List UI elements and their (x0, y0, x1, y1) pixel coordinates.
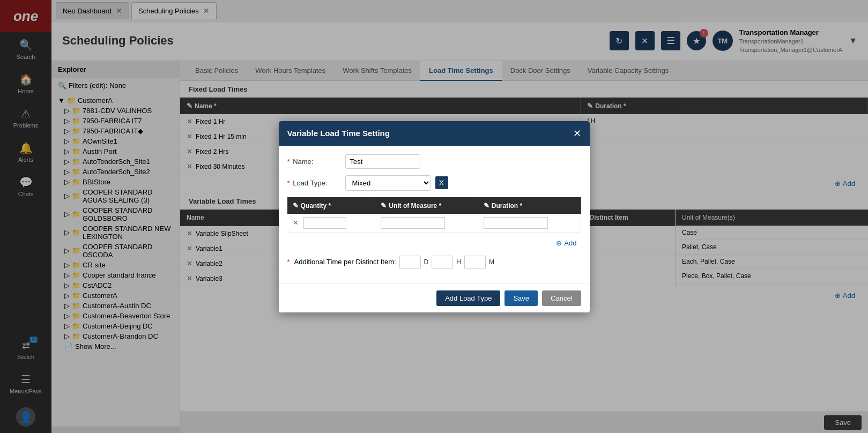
modal-inner-table: ✎Quantity * ✎Unit of Measure * ✎Duration… (287, 197, 581, 233)
modal-add-button[interactable]: ⊕ Add (552, 237, 581, 249)
add-label: Add (564, 239, 576, 247)
modal-body: * Name: * Load Type: Mixed Fixed Variabl… (279, 146, 590, 283)
modal-header: Variable Load Time Setting ✕ (279, 121, 590, 146)
additional-time-m-input[interactable] (464, 256, 486, 268)
modal-name-input[interactable] (345, 154, 420, 169)
required-asterisk: * (287, 179, 290, 187)
modal-close-button[interactable]: ✕ (573, 128, 581, 139)
m-label: M (489, 258, 494, 266)
quantity-input[interactable] (303, 217, 346, 229)
modal-save-button[interactable]: Save (505, 290, 538, 306)
edit-icon: ✎ (381, 201, 387, 210)
modal-title: Variable Load Time Setting (287, 129, 390, 138)
duration-input[interactable] (484, 217, 548, 229)
additional-time-h-input[interactable] (432, 256, 453, 268)
additional-time-d-input[interactable] (399, 256, 421, 268)
modal-col-quantity: ✎Quantity * (287, 197, 375, 214)
modal-name-label: * Name: (287, 158, 341, 166)
edit-icon: ✎ (484, 201, 489, 210)
required-asterisk: * (287, 258, 290, 266)
modal-load-type-label: * Load Type: (287, 179, 341, 187)
additional-time-row: * Additional Time per Distinct Item: D H… (287, 256, 581, 268)
modal-load-type-row: * Load Type: Mixed Fixed Variable X (287, 175, 581, 191)
add-load-type-button[interactable]: Add Load Type (436, 290, 500, 306)
modal-cancel-button[interactable]: Cancel (542, 290, 581, 306)
modal-add-row: ⊕ Add (287, 237, 581, 249)
required-asterisk: * (287, 158, 290, 166)
modal-col-duration: ✎Duration * (478, 197, 581, 214)
modal-delete-button[interactable]: ✕ (293, 219, 299, 227)
modal-overlay: Variable Load Time Setting ✕ * Name: * L… (0, 0, 868, 433)
h-label: H (456, 258, 461, 266)
modal-table-row: ✕ (287, 214, 581, 233)
modal-load-type-select[interactable]: Mixed Fixed Variable (345, 175, 431, 191)
modal-footer: Add Load Type Save Cancel (279, 283, 590, 312)
plus-icon: ⊕ (556, 239, 562, 247)
variable-load-time-modal: Variable Load Time Setting ✕ * Name: * L… (279, 121, 590, 312)
edit-icon: ✎ (293, 201, 299, 210)
modal-name-row: * Name: (287, 154, 581, 169)
additional-time-label: Additional Time per Distinct Item: (294, 258, 396, 266)
modal-col-unit: ✎Unit of Measure * (375, 197, 478, 214)
unit-of-measure-input[interactable] (381, 217, 445, 229)
d-label: D (424, 258, 429, 266)
modal-x-button[interactable]: X (435, 176, 448, 189)
